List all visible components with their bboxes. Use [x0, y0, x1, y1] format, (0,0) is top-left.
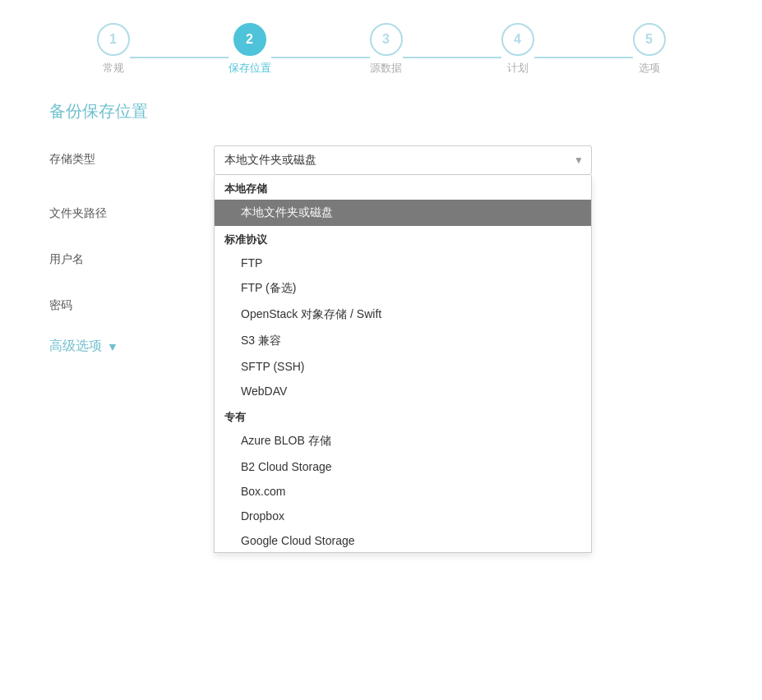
username-label: 用户名 [49, 246, 214, 267]
step-connector-2 [271, 57, 370, 58]
dropdown-item-boxcom[interactable]: Box.com [215, 479, 591, 504]
step-2-label: 保存位置 [229, 61, 271, 76]
step-3-label: 源数据 [370, 61, 402, 76]
dropdown-group-proprietary: 专有 [215, 403, 591, 428]
dropdown-group-standard: 标准协议 [215, 226, 591, 251]
step-4-circle: 4 [501, 23, 534, 56]
folder-path-label: 文件夹路径 [49, 200, 214, 221]
step-2-circle: 2 [233, 23, 266, 56]
storage-type-select-display[interactable]: 本地文件夹或磁盘 [214, 145, 592, 175]
step-connector-1 [130, 57, 229, 58]
storage-type-control: 本地文件夹或磁盘 ▼ 本地存储 本地文件夹或磁盘 标准协议 FTP FTP (备… [214, 145, 592, 175]
step-4: 4 计划 [501, 23, 534, 76]
step-2: 2 保存位置 [229, 23, 271, 76]
dropdown-item-webdav[interactable]: WebDAV [215, 379, 591, 403]
dropdown-item-local-folder[interactable]: 本地文件夹或磁盘 [215, 200, 591, 226]
storage-type-label: 存储类型 [49, 145, 214, 167]
step-1-circle: 1 [97, 23, 130, 56]
advanced-label: 高级选项 [49, 338, 102, 355]
storage-type-select-wrapper[interactable]: 本地文件夹或磁盘 ▼ 本地存储 本地文件夹或磁盘 标准协议 FTP FTP (备… [214, 145, 592, 175]
step-4-label: 计划 [507, 61, 529, 76]
step-3: 3 源数据 [370, 23, 403, 76]
dropdown-item-ftp-backup[interactable]: FTP (备选) [215, 275, 591, 302]
dropdown-item-azure[interactable]: Azure BLOB 存储 [215, 428, 591, 454]
main-content: 备份保存位置 存储类型 本地文件夹或磁盘 ▼ 本地存储 本地文件夹或磁盘 标准协… [0, 84, 762, 485]
step-5-circle: 5 [633, 23, 666, 56]
step-1-label: 常规 [103, 61, 124, 76]
dropdown-item-ftp[interactable]: FTP [215, 251, 591, 275]
storage-type-dropdown[interactable]: 本地存储 本地文件夹或磁盘 标准协议 FTP FTP (备选) OpenStac… [214, 175, 592, 553]
dropdown-item-b2[interactable]: B2 Cloud Storage [215, 454, 591, 479]
dropdown-item-dropbox[interactable]: Dropbox [215, 504, 591, 528]
step-3-circle: 3 [370, 23, 403, 56]
dropdown-item-sftp[interactable]: SFTP (SSH) [215, 354, 591, 379]
dropdown-group-local: 本地存储 [215, 175, 591, 200]
storage-type-row: 存储类型 本地文件夹或磁盘 ▼ 本地存储 本地文件夹或磁盘 标准协议 FTP F… [49, 145, 713, 175]
stepper: 1 常规 2 保存位置 3 源数据 4 计划 5 选项 [0, 0, 762, 84]
password-label: 密码 [49, 292, 214, 313]
chevron-down-icon: ▼ [107, 340, 118, 353]
step-1: 1 常规 [97, 23, 130, 76]
dropdown-item-openstack[interactable]: OpenStack 对象存储 / Swift [215, 302, 591, 328]
step-connector-4 [534, 57, 633, 58]
section-title: 备份保存位置 [49, 100, 713, 122]
dropdown-item-s3[interactable]: S3 兼容 [215, 328, 591, 354]
step-connector-3 [403, 57, 501, 58]
step-5-label: 选项 [639, 61, 660, 76]
step-5: 5 选项 [633, 23, 666, 76]
dropdown-item-google-cloud[interactable]: Google Cloud Storage [215, 528, 591, 553]
